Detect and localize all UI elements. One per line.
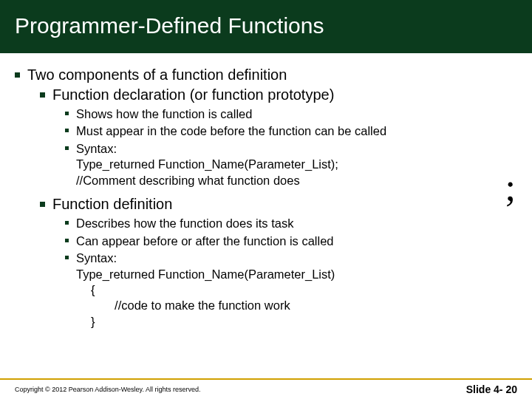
def-syntax-line: Type_returned Function_Name(Parameter_Li… [76, 267, 335, 282]
code-brace-open: { [91, 282, 335, 298]
bullet-icon [65, 239, 69, 242]
bullet-icon [65, 112, 69, 115]
bullet-icon [40, 202, 45, 207]
title-band: Programmer-Defined Functions [0, 0, 532, 53]
main-bullet: Two components of a function definition [27, 66, 287, 83]
decl-item: Must appear in the code before the funct… [76, 123, 386, 139]
slide-title: Programmer-Defined Functions [15, 13, 517, 38]
def-item: Describes how the function does its task [76, 216, 293, 231]
decl-syntax-comment: //Comment describing what function does [76, 173, 338, 188]
bullet-icon [65, 146, 69, 150]
copyright-text: Copyright © 2012 Pearson Addison-Wesley.… [15, 386, 200, 393]
footer: Copyright © 2012 Pearson Addison-Wesley.… [0, 378, 532, 399]
decl-item: Shows how the function is called [76, 106, 252, 122]
decl-syntax-label: Syntax: [76, 141, 338, 157]
slide: Programmer-Defined Functions Two compone… [0, 0, 532, 399]
bullet-icon [40, 92, 45, 98]
bullet-icon [15, 72, 20, 78]
def-item: Can appear before or after the function … [76, 233, 334, 249]
decl-syntax-line: Type_returned Function_Name(Parameter_Li… [76, 157, 338, 172]
slide-content: Two components of a function definition … [0, 53, 532, 399]
definition-heading: Function definition [52, 196, 172, 213]
bullet-icon [65, 129, 69, 132]
def-syntax-label: Syntax: [76, 250, 335, 266]
code-body: //code to make the function work [91, 298, 335, 313]
bullet-icon [65, 221, 69, 225]
code-block: { //code to make the function work } [91, 282, 335, 330]
code-brace-close: } [91, 314, 335, 330]
bullet-icon [65, 256, 69, 259]
semicolon-annotation: ; [505, 166, 516, 209]
slide-number: Slide 4- 20 [466, 383, 517, 395]
declaration-heading: Function declaration (or function protot… [52, 86, 334, 103]
